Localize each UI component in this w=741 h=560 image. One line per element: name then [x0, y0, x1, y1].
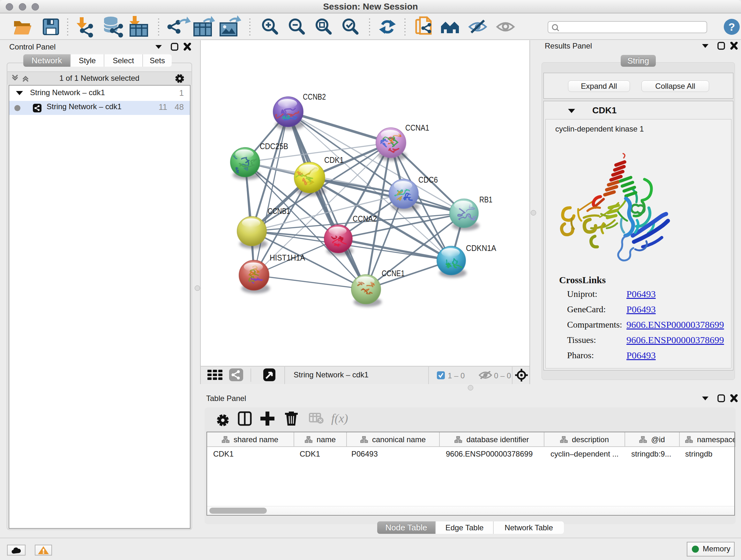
svg-text:CDKN1A: CDKN1A: [466, 243, 496, 253]
svg-text:HIST1H1A: HIST1H1A: [270, 253, 306, 262]
svg-text:CCNB1: CCNB1: [268, 206, 290, 216]
svg-text:CDC6: CDC6: [418, 175, 438, 185]
svg-text:CDC25B: CDC25B: [260, 141, 288, 151]
svg-text:CCNE1: CCNE1: [382, 268, 405, 278]
svg-text:RB1: RB1: [479, 195, 492, 204]
svg-text:CCNB2: CCNB2: [303, 92, 326, 102]
svg-text:CCNA2: CCNA2: [353, 214, 377, 224]
svg-text:f(x): f(x): [331, 412, 348, 425]
svg-text:CCNA1: CCNA1: [405, 123, 429, 132]
svg-text:CDK1: CDK1: [324, 155, 344, 165]
